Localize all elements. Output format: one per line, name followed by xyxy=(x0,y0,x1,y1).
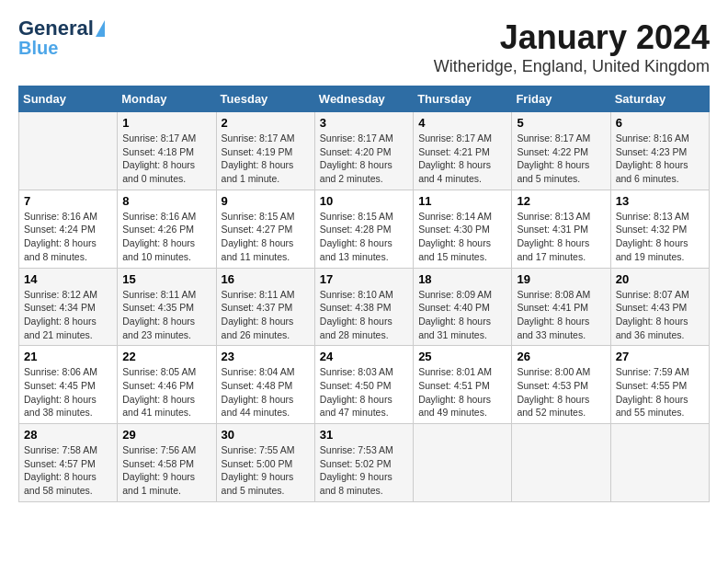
col-header-friday: Friday xyxy=(512,86,610,112)
day-number: 4 xyxy=(418,116,506,130)
day-number: 19 xyxy=(517,272,605,286)
logo: General Blue xyxy=(18,18,105,57)
day-number: 27 xyxy=(616,350,704,363)
col-header-sunday: Sunday xyxy=(19,86,118,112)
calendar-week-row: 7Sunrise: 8:16 AM Sunset: 4:24 PM Daylig… xyxy=(19,190,710,268)
calendar-cell: 1Sunrise: 8:17 AM Sunset: 4:18 PM Daylig… xyxy=(118,112,216,190)
day-number: 26 xyxy=(517,350,605,363)
calendar-cell: 13Sunrise: 8:13 AM Sunset: 4:32 PM Dayli… xyxy=(610,190,709,268)
calendar-cell: 21Sunrise: 8:06 AM Sunset: 4:45 PM Dayli… xyxy=(19,346,118,424)
day-number: 18 xyxy=(418,272,506,286)
day-info: Sunrise: 8:17 AM Sunset: 4:20 PM Dayligh… xyxy=(320,132,408,186)
calendar-cell: 22Sunrise: 8:05 AM Sunset: 4:46 PM Dayli… xyxy=(118,346,216,424)
calendar-cell: 12Sunrise: 8:13 AM Sunset: 4:31 PM Dayli… xyxy=(512,190,610,268)
day-info: Sunrise: 8:15 AM Sunset: 4:28 PM Dayligh… xyxy=(320,210,408,264)
calendar-cell: 10Sunrise: 8:15 AM Sunset: 4:28 PM Dayli… xyxy=(314,190,413,268)
col-header-thursday: Thursday xyxy=(414,86,512,112)
calendar-table: SundayMondayTuesdayWednesdayThursdayFrid… xyxy=(18,86,710,502)
calendar-week-row: 28Sunrise: 7:58 AM Sunset: 4:57 PM Dayli… xyxy=(19,424,710,502)
calendar-cell xyxy=(512,424,610,502)
day-info: Sunrise: 8:12 AM Sunset: 4:34 PM Dayligh… xyxy=(24,288,112,342)
calendar-cell: 30Sunrise: 7:55 AM Sunset: 5:00 PM Dayli… xyxy=(216,424,314,502)
calendar-cell: 14Sunrise: 8:12 AM Sunset: 4:34 PM Dayli… xyxy=(19,268,118,346)
calendar-cell: 6Sunrise: 8:16 AM Sunset: 4:23 PM Daylig… xyxy=(610,112,709,190)
day-info: Sunrise: 7:56 AM Sunset: 4:58 PM Dayligh… xyxy=(122,443,210,498)
day-info: Sunrise: 8:11 AM Sunset: 4:37 PM Dayligh… xyxy=(222,288,310,342)
calendar-cell: 7Sunrise: 8:16 AM Sunset: 4:24 PM Daylig… xyxy=(19,190,118,268)
month-year-title: January 2024 xyxy=(434,18,710,57)
calendar-cell: 25Sunrise: 8:01 AM Sunset: 4:51 PM Dayli… xyxy=(414,346,512,424)
day-number: 9 xyxy=(222,194,310,208)
day-number: 8 xyxy=(122,194,210,208)
day-info: Sunrise: 8:10 AM Sunset: 4:38 PM Dayligh… xyxy=(320,288,408,342)
day-number: 22 xyxy=(122,350,210,363)
day-info: Sunrise: 8:17 AM Sunset: 4:22 PM Dayligh… xyxy=(517,132,605,186)
day-number: 1 xyxy=(122,116,210,130)
day-number: 6 xyxy=(616,116,704,130)
col-header-saturday: Saturday xyxy=(610,86,709,112)
day-info: Sunrise: 8:17 AM Sunset: 4:18 PM Dayligh… xyxy=(122,132,210,186)
logo-triangle-icon xyxy=(96,20,105,37)
calendar-cell: 9Sunrise: 8:15 AM Sunset: 4:27 PM Daylig… xyxy=(216,190,314,268)
calendar-cell: 24Sunrise: 8:03 AM Sunset: 4:50 PM Dayli… xyxy=(314,346,413,424)
logo-text-general: General xyxy=(18,18,94,39)
calendar-cell: 15Sunrise: 8:11 AM Sunset: 4:35 PM Dayli… xyxy=(118,268,216,346)
col-header-wednesday: Wednesday xyxy=(314,86,413,112)
day-number: 15 xyxy=(122,272,210,286)
day-number: 29 xyxy=(122,428,210,442)
day-number: 3 xyxy=(320,116,408,130)
calendar-cell: 4Sunrise: 8:17 AM Sunset: 4:21 PM Daylig… xyxy=(414,112,512,190)
day-number: 14 xyxy=(24,272,112,286)
day-number: 7 xyxy=(24,194,112,208)
calendar-week-row: 1Sunrise: 8:17 AM Sunset: 4:18 PM Daylig… xyxy=(19,112,710,190)
location-subtitle: Witheridge, England, United Kingdom xyxy=(434,57,710,76)
day-number: 5 xyxy=(517,116,605,130)
day-info: Sunrise: 8:16 AM Sunset: 4:23 PM Dayligh… xyxy=(616,132,704,186)
calendar-cell: 2Sunrise: 8:17 AM Sunset: 4:19 PM Daylig… xyxy=(216,112,314,190)
day-info: Sunrise: 8:11 AM Sunset: 4:35 PM Dayligh… xyxy=(122,288,210,342)
day-number: 17 xyxy=(320,272,408,286)
day-info: Sunrise: 8:01 AM Sunset: 4:51 PM Dayligh… xyxy=(418,365,506,419)
calendar-cell: 8Sunrise: 8:16 AM Sunset: 4:26 PM Daylig… xyxy=(118,190,216,268)
day-info: Sunrise: 8:03 AM Sunset: 4:50 PM Dayligh… xyxy=(320,365,408,419)
day-info: Sunrise: 8:14 AM Sunset: 4:30 PM Dayligh… xyxy=(418,210,506,264)
title-block: January 2024 Witheridge, England, United… xyxy=(434,18,710,76)
calendar-header-row: SundayMondayTuesdayWednesdayThursdayFrid… xyxy=(19,86,710,112)
day-info: Sunrise: 8:06 AM Sunset: 4:45 PM Dayligh… xyxy=(24,365,112,419)
calendar-cell xyxy=(414,424,512,502)
calendar-cell: 16Sunrise: 8:11 AM Sunset: 4:37 PM Dayli… xyxy=(216,268,314,346)
col-header-tuesday: Tuesday xyxy=(216,86,314,112)
calendar-cell: 20Sunrise: 8:07 AM Sunset: 4:43 PM Dayli… xyxy=(610,268,709,346)
day-info: Sunrise: 7:55 AM Sunset: 5:00 PM Dayligh… xyxy=(222,443,310,498)
day-number: 25 xyxy=(418,350,506,363)
day-info: Sunrise: 8:00 AM Sunset: 4:53 PM Dayligh… xyxy=(517,365,605,419)
calendar-cell xyxy=(610,424,709,502)
day-info: Sunrise: 8:13 AM Sunset: 4:31 PM Dayligh… xyxy=(517,210,605,264)
day-number: 10 xyxy=(320,194,408,208)
day-number: 20 xyxy=(616,272,704,286)
day-number: 24 xyxy=(320,350,408,363)
calendar-cell xyxy=(19,112,118,190)
day-number: 31 xyxy=(320,428,408,442)
day-number: 21 xyxy=(24,350,112,363)
day-info: Sunrise: 8:16 AM Sunset: 4:24 PM Dayligh… xyxy=(24,210,112,264)
calendar-cell: 17Sunrise: 8:10 AM Sunset: 4:38 PM Dayli… xyxy=(314,268,413,346)
day-number: 23 xyxy=(222,350,310,363)
calendar-cell: 28Sunrise: 7:58 AM Sunset: 4:57 PM Dayli… xyxy=(19,424,118,502)
calendar-cell: 3Sunrise: 8:17 AM Sunset: 4:20 PM Daylig… xyxy=(314,112,413,190)
day-info: Sunrise: 8:05 AM Sunset: 4:46 PM Dayligh… xyxy=(122,365,210,419)
day-info: Sunrise: 8:08 AM Sunset: 4:41 PM Dayligh… xyxy=(517,288,605,342)
calendar-cell: 5Sunrise: 8:17 AM Sunset: 4:22 PM Daylig… xyxy=(512,112,610,190)
day-info: Sunrise: 8:17 AM Sunset: 4:19 PM Dayligh… xyxy=(222,132,310,186)
calendar-cell: 23Sunrise: 8:04 AM Sunset: 4:48 PM Dayli… xyxy=(216,346,314,424)
day-info: Sunrise: 8:16 AM Sunset: 4:26 PM Dayligh… xyxy=(122,210,210,264)
day-info: Sunrise: 7:58 AM Sunset: 4:57 PM Dayligh… xyxy=(24,443,112,498)
calendar-cell: 26Sunrise: 8:00 AM Sunset: 4:53 PM Dayli… xyxy=(512,346,610,424)
calendar-cell: 19Sunrise: 8:08 AM Sunset: 4:41 PM Dayli… xyxy=(512,268,610,346)
calendar-cell: 29Sunrise: 7:56 AM Sunset: 4:58 PM Dayli… xyxy=(118,424,216,502)
day-number: 13 xyxy=(616,194,704,208)
day-number: 30 xyxy=(222,428,310,442)
day-info: Sunrise: 8:04 AM Sunset: 4:48 PM Dayligh… xyxy=(222,365,310,419)
day-info: Sunrise: 7:53 AM Sunset: 5:02 PM Dayligh… xyxy=(320,443,408,498)
logo-text-blue: Blue xyxy=(18,39,58,57)
